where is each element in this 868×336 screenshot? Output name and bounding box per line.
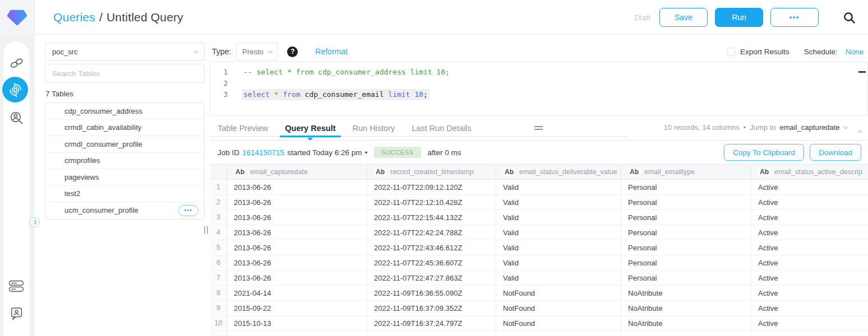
data-cell[interactable]: Valid <box>496 180 621 194</box>
data-cell[interactable]: 2013-06-26 <box>227 240 367 255</box>
run-button[interactable]: Run <box>715 8 763 27</box>
code-line[interactable]: 2 <box>211 78 867 89</box>
data-cell[interactable]: Personal <box>621 240 751 255</box>
tables-count-label: 7 Tables <box>45 90 205 98</box>
data-cell[interactable]: Active <box>751 286 868 300</box>
data-cell[interactable]: NotFound <box>496 286 621 300</box>
data-cell[interactable]: NotFound <box>496 316 621 330</box>
data-cell[interactable]: NoAtribute <box>621 316 751 330</box>
data-cell[interactable]: Active <box>751 301 868 315</box>
data-cell[interactable]: 2021-04-14 <box>227 286 367 300</box>
app-logo[interactable] <box>0 0 35 35</box>
tab-query-result[interactable]: Query Result <box>285 120 335 136</box>
data-cell[interactable]: Personal <box>621 195 751 209</box>
search-tables-input[interactable] <box>45 64 205 83</box>
data-cell[interactable]: Personal <box>621 210 751 225</box>
database-selector[interactable]: poc_src <box>45 43 205 60</box>
data-cell[interactable]: Active <box>751 270 868 285</box>
pane-resize-handle[interactable] <box>534 126 543 130</box>
data-cell[interactable]: Personal <box>621 180 751 194</box>
data-cell[interactable]: Active <box>751 240 868 255</box>
tab-table-preview[interactable]: Table Preview <box>218 120 268 136</box>
data-cell[interactable]: NotFound <box>496 301 621 315</box>
data-cell[interactable]: 2022-11-07T22:47:27.863Z <box>367 270 496 285</box>
data-cell[interactable]: 2013-06-26 <box>227 210 367 225</box>
data-cell[interactable]: 2013-06-26 <box>227 255 367 270</box>
data-cell[interactable]: 2022-11-07T22:15:44.132Z <box>367 210 496 225</box>
data-cell[interactable]: NoAtribute <box>621 286 751 300</box>
data-cell[interactable]: 2013-06-26 <box>227 270 367 285</box>
data-cell[interactable]: Active <box>751 225 868 240</box>
download-button[interactable]: Download <box>810 144 861 161</box>
data-cell[interactable]: Active <box>751 180 868 194</box>
data-cell[interactable]: Valid <box>496 240 621 255</box>
jump-to-column-selector[interactable]: email_capturedate <box>780 123 840 132</box>
column-header-record_created_timestamp[interactable]: Abrecord_created_timestamp <box>367 165 496 179</box>
column-header-email_status_active_descrip[interactable]: Abemail_status_active_descrip <box>751 165 868 179</box>
help-button[interactable]: ? <box>287 46 298 57</box>
column-header-email_status_deliverable_value[interactable]: Abemail_status_deliverable_value <box>496 165 621 179</box>
data-cell[interactable]: 2022-11-07T22:09:12.120Z <box>367 180 496 194</box>
reformat-link[interactable]: Reformat <box>315 47 348 56</box>
data-cell[interactable]: 2022-11-07T22:45:36.607Z <box>367 255 496 270</box>
data-cell[interactable]: Valid <box>496 270 621 285</box>
table-more-button[interactable]: ••• <box>178 205 198 216</box>
data-cell[interactable]: 2022-11-07T22:12:10.428Z <box>367 195 496 209</box>
export-results-label: Export Results <box>740 48 789 56</box>
schedule-value-link[interactable]: None <box>846 48 864 56</box>
nav-item-audience[interactable] <box>8 110 24 125</box>
breadcrumb-queries-link[interactable]: Queries <box>53 11 95 24</box>
table-list-item[interactable]: test2 <box>45 186 204 203</box>
data-cell[interactable]: Active <box>751 255 868 270</box>
data-cell[interactable]: Personal <box>621 270 751 285</box>
data-cell[interactable]: 2022-11-07T22:43:46.612Z <box>367 240 496 255</box>
tab-last-run-details[interactable]: Last Run Details <box>412 120 471 136</box>
data-cell[interactable]: 2013-06-26 <box>227 180 367 194</box>
data-cell[interactable]: 2015-09-22 <box>227 301 367 315</box>
more-actions-button[interactable]: ••• <box>770 8 819 27</box>
job-id-link[interactable]: 1614150715 <box>242 148 284 157</box>
copy-to-clipboard-button[interactable]: Copy To Clipboard <box>724 144 804 161</box>
data-cell[interactable]: Valid <box>496 195 621 209</box>
data-cell[interactable]: Personal <box>621 255 751 270</box>
query-type-selector[interactable]: Presto <box>236 43 278 60</box>
data-cell[interactable]: 2022-11-09T16:37:09.352Z <box>367 301 496 315</box>
data-cell[interactable]: Valid <box>496 210 621 225</box>
data-cell[interactable]: Active <box>751 316 868 330</box>
collapse-results-button[interactable] <box>857 130 862 135</box>
table-list-item[interactable]: pageviews <box>45 169 204 186</box>
data-cell[interactable]: 2022-11-09T16:36:55.090Z <box>367 286 496 300</box>
data-cell[interactable]: Active <box>751 195 868 209</box>
nav-item-segments[interactable] <box>8 278 24 294</box>
table-list-item[interactable]: crmprofiles <box>45 153 204 170</box>
data-cell[interactable]: NoAtribute <box>621 301 751 315</box>
column-header-email_capturedate[interactable]: Abemail_capturedate <box>227 165 367 179</box>
code-line[interactable]: 3select * from cdp_consumer_email limit … <box>211 89 867 100</box>
tab-run-history[interactable]: Run History <box>353 120 395 136</box>
code-line[interactable]: 1-- select * from cdp_consumer_address l… <box>211 67 867 78</box>
table-list-item[interactable]: crmdl_cabin_availability <box>45 120 204 137</box>
nav-item-support[interactable] <box>8 306 24 321</box>
data-cell[interactable]: 2013-06-26 <box>227 195 367 209</box>
nav-item-data-workbench-active[interactable] <box>2 77 28 102</box>
expand-panel-button[interactable] <box>30 217 40 227</box>
editor-scrollbar-thumb[interactable] <box>858 71 866 73</box>
column-header-email_emailtype[interactable]: Abemail_emailtype <box>621 165 751 179</box>
data-cell[interactable]: 2022-11-09T16:37:24.797Z <box>367 316 496 330</box>
data-cell[interactable]: Valid <box>496 225 621 240</box>
panel-resize-handle[interactable] <box>204 226 208 234</box>
table-list-item[interactable]: crmdl_consumer_profile <box>45 136 204 153</box>
data-cell[interactable]: Active <box>751 210 868 225</box>
table-list-item[interactable]: ucm_consumer_profile••• <box>45 202 204 219</box>
data-cell[interactable]: 2022-11-07T22:42:24.788Z <box>367 225 496 240</box>
data-cell[interactable]: 2013-06-26 <box>227 225 367 240</box>
save-button[interactable]: Save <box>659 8 708 27</box>
data-cell[interactable]: Valid <box>496 255 621 270</box>
data-cell[interactable]: 2015-10-13 <box>227 316 367 330</box>
sql-editor[interactable]: 1-- select * from cdp_consumer_address l… <box>210 62 868 116</box>
table-list-item[interactable]: cdp_consumer_address <box>45 103 204 120</box>
nav-item-integrations[interactable] <box>8 55 24 71</box>
data-cell[interactable]: Personal <box>621 225 751 240</box>
global-search-button[interactable] <box>843 11 856 24</box>
export-results-checkbox[interactable] <box>727 48 735 56</box>
